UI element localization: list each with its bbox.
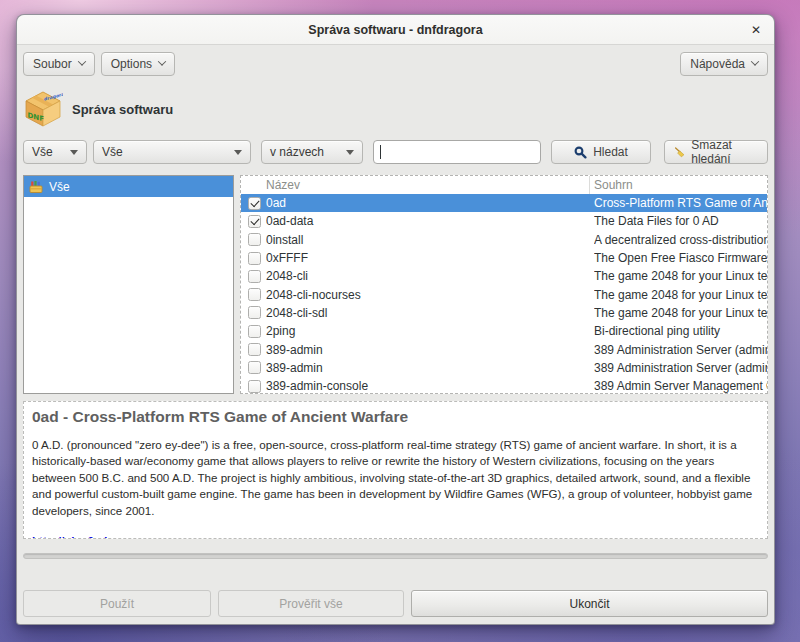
table-row[interactable]: 0xFFFFThe Open Free Fiasco Firmware Flas… bbox=[241, 249, 767, 267]
search-in-combo[interactable]: v názvech bbox=[261, 140, 363, 164]
combo-arrow-icon bbox=[346, 150, 354, 155]
column-header-summary[interactable]: Souhrn bbox=[589, 176, 767, 194]
chevron-down-icon bbox=[158, 57, 166, 65]
package-checkbox[interactable] bbox=[248, 380, 261, 393]
package-checkbox[interactable] bbox=[248, 361, 261, 374]
package-name: 2048-cli-nocurses bbox=[266, 288, 594, 302]
clear-search-button-label: Smazat hledání bbox=[691, 138, 758, 166]
package-table: Název Souhrn 0adCross-Platform RTS Game … bbox=[240, 175, 768, 394]
chevron-down-icon bbox=[751, 57, 759, 65]
package-name: 0install bbox=[266, 233, 594, 247]
package-checkbox[interactable] bbox=[248, 270, 261, 283]
package-name: 2048-cli bbox=[266, 269, 594, 283]
menubar: Soubor Options Nápověda bbox=[23, 52, 768, 76]
menu-help-button[interactable]: Nápověda bbox=[680, 52, 768, 76]
package-name: 0xFFFF bbox=[266, 251, 594, 265]
package-summary: 389 Admin Server Management Consol bbox=[594, 379, 767, 393]
app-window: Správa softwaru - dnfdragora ✕ Soubor Op… bbox=[16, 14, 775, 625]
content-area: Vše Název Souhrn 0adCross-Platform RTS G… bbox=[23, 175, 768, 394]
menu-file-label: Soubor bbox=[33, 57, 72, 71]
package-name: 389-admin bbox=[266, 343, 594, 357]
package-summary: A decentralized cross-distribution softw bbox=[594, 233, 767, 247]
package-summary: The Data Files for 0 AD bbox=[594, 214, 767, 228]
broom-icon bbox=[674, 145, 685, 159]
table-row[interactable]: 2048-cli-sdlThe game 2048 for your Linux… bbox=[241, 304, 767, 322]
details-homepage-link[interactable]: http://play0ad.com bbox=[32, 534, 134, 539]
package-name: 0ad-data bbox=[266, 214, 594, 228]
group-combo[interactable]: Vše bbox=[93, 140, 251, 164]
package-name: 389-admin bbox=[266, 361, 594, 375]
package-summary: Cross-Platform RTS Game of Ancient W bbox=[594, 196, 767, 210]
window-title: Správa softwaru - dnfdragora bbox=[308, 23, 482, 37]
package-name: 2ping bbox=[266, 324, 594, 338]
filter-combo-value: Vše bbox=[32, 145, 53, 159]
search-in-combo-value: v názvech bbox=[270, 145, 324, 159]
menu-options-button[interactable]: Options bbox=[101, 52, 175, 76]
details-description: 0 A.D. (pronounced "zero ey-dee") is a f… bbox=[32, 437, 759, 519]
check-all-button[interactable]: Prověřit vše bbox=[218, 590, 404, 617]
menu-help-label: Nápověda bbox=[690, 57, 745, 71]
package-name: 2048-cli-sdl bbox=[266, 306, 594, 320]
table-row[interactable]: 0installA decentralized cross-distributi… bbox=[241, 231, 767, 249]
package-table-body: 0adCross-Platform RTS Game of Ancient W0… bbox=[241, 194, 767, 394]
group-item-label: Vše bbox=[49, 180, 70, 194]
combo-arrow-icon bbox=[70, 150, 78, 155]
text-caret bbox=[380, 145, 381, 159]
package-summary: The Open Free Fiasco Firmware Flasher bbox=[594, 251, 767, 265]
progress-bar bbox=[23, 553, 768, 559]
table-row[interactable]: 2048-cliThe game 2048 for your Linux ter… bbox=[241, 267, 767, 285]
search-field-wrap bbox=[373, 140, 541, 164]
package-name: 0ad bbox=[266, 196, 594, 210]
table-row[interactable]: 2048-cli-nocursesThe game 2048 for your … bbox=[241, 285, 767, 303]
table-row[interactable]: 0ad-dataThe Data Files for 0 AD bbox=[241, 212, 767, 230]
package-checkbox[interactable] bbox=[248, 233, 261, 246]
package-checkbox[interactable] bbox=[248, 288, 261, 301]
close-icon[interactable]: ✕ bbox=[747, 21, 765, 39]
package-checkbox[interactable] bbox=[248, 215, 261, 228]
table-row[interactable]: 389-admin389 Administration Server (admi… bbox=[241, 359, 767, 377]
package-name: 389-admin-console bbox=[266, 379, 594, 393]
package-checkbox[interactable] bbox=[248, 325, 261, 338]
package-summary: The game 2048 for your Linux terminal bbox=[594, 288, 767, 302]
package-details-panel: 0ad - Cross-Platform RTS Game of Ancient… bbox=[23, 401, 768, 539]
search-button[interactable]: Hledat bbox=[551, 140, 651, 164]
package-summary: Bi-directional ping utility bbox=[594, 324, 767, 338]
group-combo-value: Vše bbox=[102, 145, 123, 159]
table-row[interactable]: 389-admin389 Administration Server (admi… bbox=[241, 340, 767, 358]
package-checkbox[interactable] bbox=[248, 252, 261, 265]
package-summary: The game 2048 for your Linux terminal bbox=[594, 306, 767, 320]
filter-toolbar: Vše Vše v názvech Hledat bbox=[23, 140, 768, 164]
table-row[interactable]: 0adCross-Platform RTS Game of Ancient W bbox=[241, 194, 767, 212]
quit-button[interactable]: Ukončit bbox=[411, 590, 768, 617]
details-title: 0ad - Cross-Platform RTS Game of Ancient… bbox=[32, 408, 759, 426]
package-checkbox[interactable] bbox=[248, 306, 261, 319]
table-header: Název Souhrn bbox=[241, 176, 767, 194]
column-header-name[interactable]: Název bbox=[241, 178, 589, 192]
apply-button[interactable]: Použít bbox=[23, 590, 211, 617]
action-buttons: Použít Prověřit vše Ukončit bbox=[23, 590, 768, 617]
app-header: DNF dragora Správa softwaru bbox=[23, 89, 768, 129]
dnfdragora-logo-icon: DNF dragora bbox=[23, 89, 63, 129]
combo-arrow-icon bbox=[234, 150, 242, 155]
group-item-all[interactable]: Vše bbox=[24, 176, 233, 197]
package-summary: 389 Administration Server (admin) bbox=[594, 343, 767, 357]
search-button-label: Hledat bbox=[593, 145, 628, 159]
titlebar[interactable]: Správa softwaru - dnfdragora ✕ bbox=[17, 15, 774, 45]
filter-combo[interactable]: Vše bbox=[23, 140, 87, 164]
package-summary: The game 2048 for your Linux terminal bbox=[594, 269, 767, 283]
package-checkbox[interactable] bbox=[248, 343, 261, 356]
search-icon bbox=[574, 146, 587, 159]
table-row[interactable]: 389-admin-console389 Admin Server Manage… bbox=[241, 377, 767, 394]
menu-file-button[interactable]: Soubor bbox=[23, 52, 95, 76]
menu-options-label: Options bbox=[111, 57, 152, 71]
toolbox-icon bbox=[29, 180, 43, 194]
app-title: Správa softwaru bbox=[72, 102, 173, 117]
table-row[interactable]: 2pingBi-directional ping utility bbox=[241, 322, 767, 340]
chevron-down-icon bbox=[77, 57, 85, 65]
search-input[interactable] bbox=[373, 140, 541, 164]
package-summary: 389 Administration Server (admin) bbox=[594, 361, 767, 375]
group-tree: Vše bbox=[23, 175, 234, 394]
package-checkbox[interactable] bbox=[248, 197, 261, 210]
clear-search-button[interactable]: Smazat hledání bbox=[664, 140, 768, 164]
